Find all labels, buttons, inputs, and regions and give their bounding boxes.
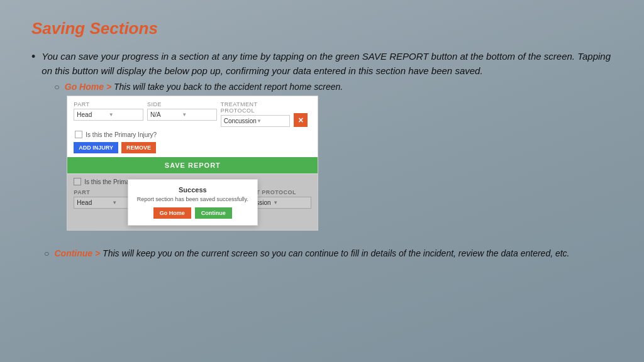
- continue-label: Continue >: [54, 248, 100, 258]
- treatment-col: TREATMENT PROTOCOL Concussion ▼: [221, 101, 291, 127]
- sub-text-continue: Continue > This will keep you on the cur…: [54, 248, 569, 258]
- bottom-section: ○ Continue > This will keep you on the c…: [31, 248, 613, 258]
- primary-injury-row: Is this the Primary Injury?: [74, 131, 311, 138]
- primary-injury-checkbox[interactable]: [75, 131, 82, 138]
- screenshot-area: PART Head ▼ SIDE N/A: [67, 96, 613, 231]
- side-col: SIDE N/A ▼: [147, 101, 217, 127]
- part-label: PART: [74, 101, 143, 107]
- side-value: N/A: [150, 111, 182, 118]
- success-message: Report section has been saved successful…: [137, 196, 248, 202]
- sub-bullet-continue: ○: [44, 248, 49, 258]
- continue-button[interactable]: Continue: [195, 207, 232, 219]
- sub-item-go-home: ○ Go Home > This will take you back to t…: [42, 82, 613, 92]
- bullet-item-1: • You can save your progress in a sectio…: [31, 50, 613, 231]
- treatment-select[interactable]: Concussion ▼: [221, 115, 291, 127]
- bullet-text-1: You can save your progress in a section …: [42, 51, 611, 76]
- part-select[interactable]: Head ▼: [74, 109, 143, 121]
- success-title: Success: [137, 186, 248, 194]
- go-home-label: Go Home >: [65, 82, 111, 92]
- treatment-arrow-icon: ▼: [257, 118, 287, 124]
- success-dialog: Success Report section has been saved su…: [128, 179, 258, 226]
- add-injury-button[interactable]: ADD INJURY: [74, 142, 118, 153]
- side-arrow-icon: ▼: [182, 112, 213, 118]
- action-buttons: ADD INJURY REMOVE: [67, 142, 318, 157]
- sub-bullet-1: ○: [54, 82, 59, 92]
- continue-description: This will keep you on the current screen…: [103, 248, 569, 258]
- go-home-description: This will take you back to the accident …: [114, 82, 343, 92]
- side-select[interactable]: N/A ▼: [147, 109, 217, 121]
- side-label: SIDE: [147, 101, 217, 107]
- go-home-button[interactable]: Go Home: [153, 207, 191, 219]
- save-report-bar[interactable]: SAVE REPORT: [67, 157, 318, 173]
- part-col: PART Head ▼: [74, 101, 143, 127]
- form-header-row: PART Head ▼ SIDE N/A: [74, 101, 311, 127]
- bullet-dot-1: •: [31, 50, 35, 63]
- mock-form-top: PART Head ▼ SIDE N/A: [67, 96, 318, 138]
- dialog-buttons: Go Home Continue: [137, 207, 248, 219]
- mock-screen-bottom: Is this the Primary Injury? PART Head ▼: [67, 173, 318, 230]
- remove-x-button[interactable]: ×: [294, 113, 308, 127]
- mock-screen: PART Head ▼ SIDE N/A: [67, 96, 318, 231]
- treatment-value: Concussion: [224, 118, 257, 124]
- treatment-label: TREATMENT PROTOCOL: [221, 101, 291, 114]
- sub-text-go-home: Go Home > This will take you back to the…: [65, 82, 343, 92]
- remove-btn-col: ×: [294, 101, 311, 127]
- page-title: Saving Sections: [31, 19, 613, 38]
- primary-injury-label: Is this the Primary Injury?: [86, 131, 157, 138]
- dialog-overlay: Success Report section has been saved su…: [67, 174, 318, 230]
- remove-button[interactable]: REMOVE: [121, 142, 156, 153]
- sub-item-continue: ○ Continue > This will keep you on the c…: [31, 248, 613, 258]
- save-report-label: SAVE REPORT: [165, 162, 221, 169]
- part-value: Head: [77, 111, 108, 118]
- part-arrow-icon: ▼: [109, 112, 140, 118]
